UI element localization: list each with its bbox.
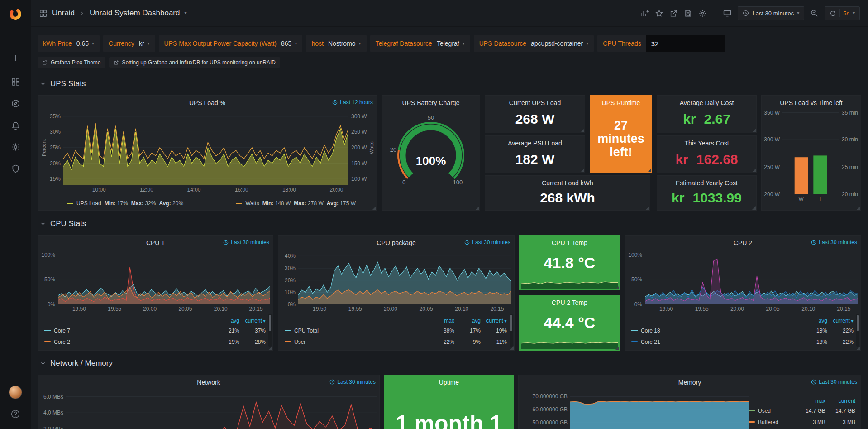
explore-compass-icon[interactable] [6, 94, 25, 113]
grafana-logo-icon[interactable] [6, 5, 25, 24]
panel-title[interactable]: Estimated Yearly Cost [676, 179, 738, 187]
variable-host[interactable]: host Nostromo▾ [306, 35, 366, 52]
legend-header[interactable]: current▾ [827, 318, 854, 324]
variable-value[interactable]: apcupsd-container [531, 40, 583, 47]
section-ups-stats[interactable]: UPS Stats [40, 79, 86, 88]
star-icon[interactable] [655, 9, 663, 18]
series-name[interactable]: CPU Total [294, 328, 319, 334]
link-grafana-plex-theme[interactable]: Grafana Plex Theme [38, 57, 105, 68]
panel-time-range[interactable]: Last 30 minutes [811, 239, 857, 246]
configuration-gear-icon[interactable] [6, 137, 25, 156]
variable-ups-datasource[interactable]: UPS Datasource apcupsd-container▾ [474, 35, 594, 52]
legend-header[interactable]: current [825, 398, 855, 404]
panel-title[interactable]: CPU 1 [146, 239, 165, 246]
dashboard-settings-gear-icon[interactable] [698, 9, 707, 18]
variable-value[interactable]: Nostromo [328, 40, 356, 47]
alerting-bell-icon[interactable] [6, 116, 25, 135]
panel-title[interactable]: CPU package [377, 239, 415, 246]
panel-title[interactable]: Average PSU Load [508, 140, 562, 147]
variable-value[interactable]: Telegraf [437, 40, 459, 47]
cpu1-chart[interactable] [58, 250, 270, 304]
link-ups-monitoring-guide[interactable]: Setting up Grafana and InfluxDB for UPS … [109, 57, 281, 68]
panel-title[interactable]: Uptime [439, 379, 459, 386]
panel-title[interactable]: CPU 2 [734, 239, 752, 246]
legend-header[interactable]: current▾ [481, 318, 507, 324]
panel-time-range[interactable]: Last 30 minutes [329, 379, 376, 385]
series-name[interactable]: UPS Load [76, 200, 101, 207]
dashboards-icon[interactable] [6, 72, 25, 91]
refresh-picker[interactable]: 5s ▾ [825, 6, 860, 20]
variable-currency[interactable]: Currency kr▾ [103, 35, 155, 52]
zoom-out-icon[interactable] [810, 9, 819, 18]
add-panel-icon[interactable] [640, 9, 649, 18]
network-chart[interactable] [66, 389, 377, 429]
variable-value[interactable]: 865 [281, 40, 291, 47]
cpu2-chart[interactable] [645, 250, 858, 304]
panel-title[interactable]: Current UPS Load [509, 99, 561, 106]
legend-header[interactable]: avg [213, 318, 239, 324]
series-name[interactable]: Core 18 [641, 328, 660, 334]
variable-value[interactable]: 0.65 [76, 40, 89, 47]
series-name[interactable]: Core 7 [54, 328, 70, 334]
panel-time-range[interactable]: Last 30 minutes [464, 239, 510, 246]
variable-telegraf-datasource[interactable]: Telegraf Datasource Telegraf▾ [370, 35, 470, 52]
series-name[interactable]: User [294, 339, 305, 345]
panel-time-range[interactable]: Last 12 hours [332, 99, 373, 106]
panel-title[interactable]: CPU 2 Temp [552, 299, 587, 306]
panel-title[interactable]: UPS Battery Charge [402, 99, 460, 106]
help-question-icon[interactable] [6, 405, 25, 424]
panel-title[interactable]: UPS Runtime [602, 99, 640, 106]
panel-title[interactable]: CPU 1 Temp [552, 239, 587, 246]
create-plus-icon[interactable] [6, 48, 25, 67]
series-marker [749, 421, 755, 423]
section-network-memory[interactable]: Network / Memory [40, 359, 113, 368]
panel-title[interactable]: UPS Load vs Time left [780, 99, 843, 106]
dropdown-caret-icon: ▾ [295, 41, 297, 46]
legend-header[interactable]: current▾ [239, 318, 266, 324]
share-icon[interactable] [669, 9, 678, 18]
user-avatar[interactable] [6, 383, 25, 402]
x-tick-label: W [799, 196, 804, 202]
legend-header[interactable]: max [428, 318, 454, 324]
panel-ups-battery-charge: UPS Battery Charge 02050100 100% [382, 95, 480, 211]
series-name[interactable]: Core 2 [54, 339, 70, 345]
breadcrumb-dashboard-title[interactable]: Unraid System Dashboard [90, 9, 180, 18]
variable-kwh-price[interactable]: kWh Price 0.65▾ [38, 35, 100, 52]
cpu-threads-input[interactable] [646, 35, 725, 52]
stat-value: kr2.67 [683, 111, 730, 127]
y-tick-label: 40% [285, 253, 296, 259]
variable-value[interactable]: kr [139, 40, 144, 47]
memory-chart[interactable] [570, 389, 749, 429]
dashboard-grid-icon[interactable] [39, 9, 48, 18]
dashboard-caret-icon[interactable]: ▾ [184, 11, 186, 15]
server-admin-shield-icon[interactable] [6, 159, 25, 178]
series-name[interactable]: Watts [245, 200, 259, 207]
panel-title[interactable]: Memory [678, 379, 701, 386]
panel-title[interactable]: Network [197, 379, 220, 386]
time-range-picker[interactable]: Last 30 minutes ▾ [738, 6, 804, 20]
panel-title[interactable]: Average Daily Cost [680, 99, 734, 106]
series-name[interactable]: Buffered [758, 419, 778, 425]
breadcrumb-app[interactable]: Unraid [52, 9, 75, 18]
legend-scrollbar[interactable] [510, 314, 513, 347]
save-icon[interactable] [684, 9, 692, 18]
panel-time-range[interactable]: Last 30 minutes [223, 239, 269, 246]
legend-header[interactable]: avg [454, 318, 481, 324]
cycle-view-mode-icon[interactable] [723, 9, 732, 18]
legend-avg: 18% [801, 339, 827, 345]
variable-ups-max-output[interactable]: UPS Max Output Power Capacity (Watt) 865… [159, 35, 303, 52]
panel-title[interactable]: UPS Load % [189, 99, 225, 106]
panel-time-range[interactable]: Last 30 minutes [811, 379, 857, 385]
series-name[interactable]: Used [758, 408, 771, 414]
legend-scrollbar[interactable] [268, 314, 272, 347]
panel-title[interactable]: This Years Cost [684, 140, 729, 147]
series-name[interactable]: Core 21 [641, 339, 660, 345]
legend-header[interactable]: avg [801, 318, 827, 324]
legend-header[interactable]: max [796, 398, 825, 404]
ups-load-chart[interactable] [63, 110, 348, 185]
panel-title[interactable]: Current Load kWh [542, 179, 593, 187]
legend-scrollbar[interactable] [856, 314, 859, 347]
load-vs-time-chart[interactable] [782, 110, 839, 194]
cpu-package-chart[interactable] [298, 250, 511, 304]
section-cpu-stats[interactable]: CPU Stats [40, 219, 86, 228]
